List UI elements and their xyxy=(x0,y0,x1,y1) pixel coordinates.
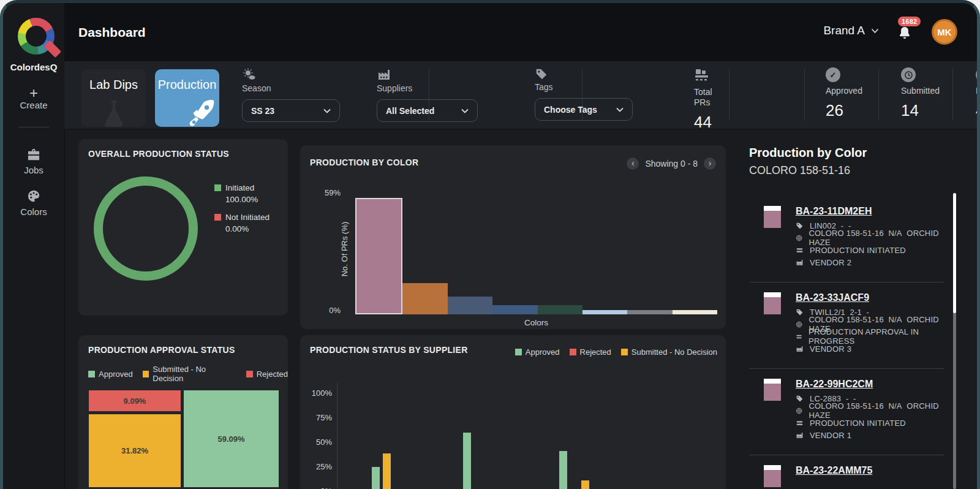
y-tick-label: 75% xyxy=(300,413,332,422)
pr-code-link[interactable]: BA-23-22AMM75 xyxy=(796,465,872,476)
color-disc-icon xyxy=(796,234,802,242)
stat-submitted: Submitted 14 xyxy=(901,67,940,120)
color-bar[interactable] xyxy=(355,198,402,314)
pr-code-link[interactable]: BA-22-99HC2CM xyxy=(796,379,873,390)
suppliers-label: Suppliers xyxy=(377,83,478,93)
supplier-bar[interactable] xyxy=(463,433,471,489)
submitted-label: Submitted xyxy=(901,86,940,96)
y-tick-label: 50% xyxy=(300,438,332,447)
color-bar[interactable] xyxy=(402,283,447,314)
color-bar[interactable] xyxy=(492,305,537,314)
scrollbar-thumb[interactable] xyxy=(953,193,956,313)
bell-icon xyxy=(897,26,913,44)
chevron-left-icon[interactable]: ‹ xyxy=(627,157,639,170)
avatar[interactable]: MK xyxy=(932,19,957,45)
legend-swatch xyxy=(621,349,628,355)
divider xyxy=(952,69,953,120)
y-tick-label: 100% xyxy=(300,389,332,398)
flask-icon xyxy=(97,97,131,127)
legend-item: Submitted - No Decision xyxy=(621,347,717,357)
treemap-block[interactable]: 59.09% xyxy=(184,390,279,487)
season-label: Season xyxy=(242,83,340,93)
y-tick-label: 0% xyxy=(300,487,332,489)
sidebar-item-colors[interactable]: Colors xyxy=(3,189,64,217)
color-bar[interactable] xyxy=(627,310,672,314)
colors-label: Colors xyxy=(3,207,64,217)
legend-swatch xyxy=(143,371,149,377)
x-axis-label: Colors xyxy=(355,318,717,327)
pr-code-link[interactable]: BA-23-33JACF9 xyxy=(796,292,869,303)
production-record-list: BA-23-11DM2EH LIN002 - - COLORO 158-51-1… xyxy=(749,197,944,489)
tag-icon xyxy=(796,308,804,316)
legend-item: Rejected xyxy=(570,347,611,357)
supplier-bar[interactable] xyxy=(581,480,589,489)
chart-pagination: ‹ Showing 0 - 8 › xyxy=(627,157,716,170)
treemap-block[interactable]: 31.82% xyxy=(89,414,181,487)
briefcase-icon xyxy=(27,149,40,161)
color-bar[interactable] xyxy=(538,305,582,314)
production-record-item: BA-23-33JACF9 TWILL2/1 2-1 - COLORO 158-… xyxy=(749,284,944,361)
palette-icon xyxy=(26,189,41,203)
create-label: Create xyxy=(3,100,64,110)
vendor-icon xyxy=(796,431,804,439)
supplier-legend: ApprovedRejectedSubmitted - No Decision xyxy=(515,347,717,357)
avatar-initials: MK xyxy=(937,27,951,37)
legend-swatch xyxy=(515,349,522,355)
status-icon xyxy=(796,333,802,341)
color-swatch xyxy=(764,206,781,228)
production-record-item: BA-23-22AMM75 xyxy=(749,457,944,489)
card-title: PRODUCTION BY COLOR xyxy=(310,157,418,167)
supplier-bar[interactable] xyxy=(559,451,567,489)
season-select[interactable]: SS 23 xyxy=(242,99,340,122)
supplier-bar[interactable] xyxy=(383,453,391,489)
suppliers-select[interactable]: All Selected xyxy=(377,99,478,122)
treemap-legend: ApprovedSubmitted - No DecisionRejected xyxy=(88,365,288,383)
stat-approved: ✓ Approved 26 xyxy=(826,67,862,120)
color-swatch xyxy=(764,465,781,487)
tab-lab-dips[interactable]: Lab Dips xyxy=(81,69,146,127)
card-production-by-color: PRODUCTION BY COLOR ‹ Showing 0 - 8 › 59… xyxy=(300,145,726,329)
color-bar[interactable] xyxy=(582,310,627,314)
page-title: Dashboard xyxy=(78,25,146,40)
stat-rejected: × Rejected 4 xyxy=(976,67,980,120)
tags-label: Tags xyxy=(535,82,633,92)
tag-icon xyxy=(796,222,804,230)
divider xyxy=(804,69,805,120)
notifications[interactable]: 1682 xyxy=(894,21,919,46)
treemap-block[interactable]: 9.09% xyxy=(89,390,181,411)
brand-selector[interactable]: Brand A xyxy=(823,24,879,37)
color-disc-icon xyxy=(796,407,802,415)
supplier-bar-group xyxy=(463,433,493,489)
card-production-status-by-supplier: PRODUCTION STATUS BY SUPPLIER ApprovedRe… xyxy=(300,335,726,489)
legend-item: Initiated100.00% xyxy=(214,183,270,204)
donut-chart xyxy=(94,176,198,281)
app-logo[interactable] xyxy=(18,18,58,58)
production-record-item: BA-23-11DM2EH LIN002 - - COLORO 158-51-1… xyxy=(749,197,944,275)
legend-swatch xyxy=(214,214,221,221)
y-tick-max: 59% xyxy=(316,188,341,197)
suppliers-value: All Selected xyxy=(386,106,434,116)
sidebar-item-jobs[interactable]: Jobs xyxy=(3,149,64,175)
card-title: PRODUCTION STATUS BY SUPPLIER xyxy=(310,345,468,355)
sidebar-item-create[interactable]: + Create xyxy=(3,86,64,110)
submitted-value: 14 xyxy=(901,101,940,120)
tags-value: Choose Tags xyxy=(544,105,597,115)
rejected-value: 4 xyxy=(976,101,980,120)
divider xyxy=(878,69,879,120)
list-divider xyxy=(749,455,944,455)
pr-code-link[interactable]: BA-23-11DM2EH xyxy=(796,206,872,217)
tab-production[interactable]: Production xyxy=(155,69,219,127)
sidebar-divider xyxy=(18,127,49,127)
color-bar[interactable] xyxy=(673,310,717,314)
list-divider xyxy=(749,368,944,369)
color-bar[interactable] xyxy=(448,297,492,314)
supplier-bar[interactable] xyxy=(372,467,380,489)
color-bar-chart xyxy=(355,192,717,314)
tags-select[interactable]: Choose Tags xyxy=(535,98,633,121)
plus-icon: + xyxy=(3,86,64,100)
chevron-right-icon[interactable]: › xyxy=(704,157,716,170)
panel-title: Production by Color xyxy=(749,146,867,160)
season-icon xyxy=(242,67,257,82)
total-prs-label: Total PRs xyxy=(694,87,726,108)
color-disc-icon xyxy=(796,320,802,328)
